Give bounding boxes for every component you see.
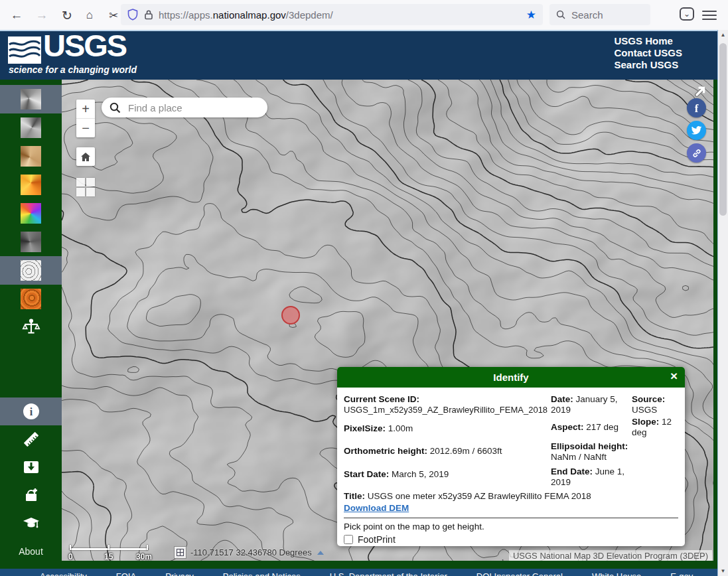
layer-gray-relief[interactable] xyxy=(0,228,62,256)
footer-links[interactable]: AccessibilityFOIAPrivacyPolicies and Not… xyxy=(0,571,718,576)
tool-education[interactable] xyxy=(0,509,62,537)
browser-search-placeholder: Search xyxy=(571,9,603,21)
svg-text:i: i xyxy=(29,406,33,417)
layer-hillshade-dark[interactable] xyxy=(0,113,62,142)
menu-icon[interactable] xyxy=(702,8,717,21)
reload-icon[interactable]: ↻ xyxy=(57,5,77,25)
mouse-location-icon[interactable] xyxy=(174,546,186,559)
scale-bar: 0 15 30m xyxy=(70,548,148,550)
pick-point-hint: Pick point on the map to get height. xyxy=(344,522,678,532)
info-icon: i xyxy=(23,403,40,420)
find-a-place-search[interactable] xyxy=(102,98,267,117)
field-orthometric-height: Orthometric height: 2012.69m / 6603ft xyxy=(344,446,551,457)
tool-add-data[interactable] xyxy=(0,481,62,509)
field-start-date: Start Date: March 5, 2019 xyxy=(344,469,551,480)
field-aspect: Aspect: 217 deg xyxy=(551,422,632,433)
home-icon[interactable]: ⌂ xyxy=(80,5,100,25)
twitter-share-button[interactable] xyxy=(687,121,706,140)
layer-aspect-map[interactable] xyxy=(0,199,62,228)
usgs-logo-text: USGS xyxy=(43,27,126,64)
pocket-icon[interactable]: ⌄ xyxy=(680,7,694,21)
about-link[interactable]: About xyxy=(0,546,62,557)
layer-hillshade-gray[interactable] xyxy=(0,85,62,113)
identify-panel: Identify × Current Scene ID:USGS_1m_x52y… xyxy=(337,367,685,546)
search-icon xyxy=(109,102,121,113)
field-source: Source: USGS xyxy=(632,394,678,415)
basemap-toggle-button[interactable] xyxy=(76,178,95,196)
layer-tinted-relief[interactable] xyxy=(0,285,62,313)
balance-scale-icon xyxy=(21,318,41,338)
field-end-date: End Date: June 1, 2019 xyxy=(551,467,632,488)
twitter-icon xyxy=(691,125,702,136)
browser-toolbar: ← → ↻ ⌂ ✂ https://apps.nationalmap.gov/3… xyxy=(0,0,728,31)
layer-thumbnail xyxy=(21,260,41,281)
identify-panel-title: Identify xyxy=(493,372,528,383)
svg-text:f: f xyxy=(695,102,699,113)
url-bar[interactable]: https://apps.nationalmap.gov/3depdem/ ★ xyxy=(121,4,543,25)
download-icon xyxy=(23,459,40,476)
graduation-cap-icon xyxy=(22,514,40,532)
tool-download[interactable] xyxy=(0,453,62,481)
layer-contour[interactable] xyxy=(0,256,62,285)
layer-tinted-hillshade[interactable] xyxy=(0,142,62,171)
layer-slope-map[interactable] xyxy=(0,171,62,199)
tool-measure[interactable] xyxy=(0,425,62,453)
zoom-in-button[interactable]: + xyxy=(76,100,95,118)
ruler-icon xyxy=(21,429,41,449)
scroll-up-icon[interactable]: ▲ xyxy=(718,30,728,40)
field-pixel-size: PixelSize: 1.00m xyxy=(344,423,551,434)
layer-thumbnail xyxy=(21,203,41,224)
link-contact-usgs[interactable]: Contact USGS xyxy=(614,47,682,59)
page-footer: AccessibilityFOIAPrivacyPolicies and Not… xyxy=(0,569,718,576)
map-home-button[interactable] xyxy=(76,147,95,166)
identify-divider xyxy=(344,518,678,518)
coordinates-readout: -110.71517 32.436780 Degrees xyxy=(190,547,312,557)
layer-thumbnail xyxy=(21,117,41,138)
facebook-share-button[interactable]: f xyxy=(687,98,706,117)
scroll-down-icon[interactable]: ▼ xyxy=(718,566,728,576)
add-data-icon xyxy=(23,486,40,504)
download-dem-link[interactable]: Download DEM xyxy=(344,503,409,513)
zoom-out-button[interactable]: − xyxy=(76,118,95,137)
layer-thumbnail xyxy=(21,232,41,252)
coordinate-widget[interactable]: -110.71517 32.436780 Degrees xyxy=(174,546,324,559)
scrollbar-thumb[interactable] xyxy=(719,43,727,216)
link-usgs-home[interactable]: USGS Home xyxy=(614,35,682,47)
link-search-usgs[interactable]: Search USGS xyxy=(614,59,682,71)
footprint-checkbox[interactable] xyxy=(344,535,353,544)
identify-point-marker xyxy=(281,306,300,324)
browser-search[interactable]: Search xyxy=(549,4,650,25)
layer-compare-scale[interactable] xyxy=(0,313,62,342)
map-attribution: USGS National Map 3D Elevation Program (… xyxy=(509,550,712,561)
field-ellipsoidal-height: Ellipsoidal height: NaNm / NaNft xyxy=(551,441,632,463)
back-icon[interactable]: ← xyxy=(7,5,27,25)
house-icon xyxy=(80,152,91,162)
coordinates-expand-caret[interactable] xyxy=(317,551,324,555)
usgs-tagline: science for a changing world xyxy=(9,64,137,75)
usgs-header: USGS science for a changing world USGS H… xyxy=(0,30,728,80)
field-slope: Slope: 12 deg xyxy=(632,417,678,438)
close-icon[interactable]: × xyxy=(670,369,678,384)
layer-thumbnail xyxy=(21,175,41,195)
share-link-button[interactable] xyxy=(687,143,706,163)
find-a-place-input[interactable] xyxy=(127,102,261,114)
tool-identify[interactable]: i xyxy=(0,397,62,425)
lock-icon[interactable] xyxy=(144,9,153,20)
facebook-icon: f xyxy=(692,102,701,113)
layer-thumbnail xyxy=(21,289,41,309)
usgs-logo[interactable] xyxy=(8,36,41,64)
collapse-share-arrow-icon[interactable] xyxy=(693,84,708,98)
search-icon xyxy=(556,10,565,19)
layer-thumbnail xyxy=(21,89,41,109)
bookmark-star-icon[interactable]: ★ xyxy=(526,8,536,22)
scale-end: 30m xyxy=(136,552,152,561)
page-scrollbar[interactable]: ▲ ▼ xyxy=(717,30,728,576)
scale-start: 0 xyxy=(68,552,73,561)
map-viewport[interactable]: + − f 0 15 30m xyxy=(62,80,713,561)
layer-thumbnail xyxy=(21,146,41,167)
link-icon xyxy=(692,148,702,159)
layer-sidebar: i About xyxy=(0,80,62,576)
forward-icon[interactable]: → xyxy=(32,5,52,25)
shield-icon[interactable] xyxy=(127,9,138,21)
field-title: Title: USGS one meter x52y359 AZ Brawley… xyxy=(344,491,678,502)
